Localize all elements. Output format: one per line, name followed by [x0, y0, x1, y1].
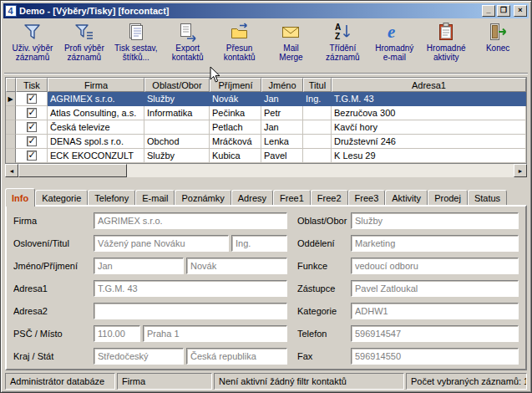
table-row[interactable]: Atlas Consulting, a.s. Informatika Pečin… [6, 106, 526, 120]
cell-jmeno[interactable]: Pavel [261, 149, 303, 163]
checkbox-checked-icon[interactable] [27, 108, 37, 118]
adresa1-field[interactable] [94, 280, 287, 297]
toolbar-button-tisk-sestav[interactable]: Tisk sestav, štítků... [110, 21, 162, 62]
tab-free1[interactable]: Free1 [273, 190, 311, 205]
close-button[interactable]: × [514, 5, 527, 17]
cell-oblast[interactable]: Obchod [144, 135, 210, 149]
checkbox-checked-icon[interactable] [27, 122, 37, 132]
print-cell[interactable] [16, 106, 48, 120]
header-cell-adresa1[interactable]: Adresa1 [332, 78, 526, 92]
cell-jmeno[interactable]: Petr [261, 106, 303, 120]
scroll-left-button[interactable]: ◄ [5, 164, 18, 177]
toolbar-button-presun-kontaktu[interactable]: Přesun kontaktů [214, 21, 266, 62]
oddeleni-field[interactable] [351, 235, 519, 252]
scrollbar-track[interactable] [18, 164, 514, 177]
cell-prijmeni[interactable]: Petlach [210, 120, 261, 135]
toolbar-button-hromadne-aktivity[interactable]: Hromadné aktivity [420, 21, 472, 62]
tab-status[interactable]: Status [468, 190, 507, 205]
table-row[interactable]: DENAS spol.s r.o. Obchod Mráčková Lenka … [6, 135, 526, 149]
maximize-button[interactable]: ❐ [497, 5, 510, 17]
print-cell[interactable] [16, 92, 48, 106]
table-row[interactable]: ECK EKOCONZULT Služby Kubica Pavel K Les… [6, 149, 526, 163]
cell-adresa1[interactable]: Bezručova 300 [332, 106, 526, 120]
cell-firma[interactable]: Atlas Consulting, a.s. [48, 106, 144, 120]
adresa2-field[interactable] [94, 303, 287, 319]
osloveni-field[interactable] [94, 235, 229, 252]
tab-prodej[interactable]: Prodej [428, 190, 468, 205]
cell-oblast[interactable]: Informatika [144, 106, 210, 120]
misto-field[interactable] [143, 325, 287, 342]
titul-field[interactable] [231, 235, 287, 252]
cell-prijmeni[interactable]: Novák [210, 92, 261, 106]
cell-titul[interactable] [303, 106, 332, 120]
header-cell-tisk[interactable]: Tisk [16, 78, 48, 92]
header-cell-titul[interactable]: Titul [303, 78, 332, 92]
firma-field[interactable] [94, 212, 287, 229]
toolbar-button-mail-merge[interactable]: Mail Merge [266, 21, 317, 62]
tab-telefony[interactable]: Telefony [88, 190, 135, 205]
cell-prijmeni[interactable]: Pečinka [210, 106, 261, 120]
oblast-field[interactable] [351, 212, 519, 229]
cell-jmeno[interactable]: Lenka [261, 135, 303, 149]
cell-titul[interactable] [303, 149, 332, 163]
titlebar[interactable]: 4 Demo - [Výběry/Tisky] [forcontact] _ ❐… [3, 3, 529, 18]
checkbox-checked-icon[interactable] [27, 151, 37, 161]
toolbar-button-export-kontaktu[interactable]: Export kontaktů [162, 21, 214, 62]
psc-field[interactable] [94, 325, 140, 342]
cell-prijmeni[interactable]: Kubica [210, 149, 261, 163]
cell-oblast[interactable]: Služby [144, 92, 210, 106]
tab-aktivity[interactable]: Aktivity [385, 190, 428, 205]
cell-prijmeni[interactable]: Mráčková [210, 135, 261, 149]
tab-kategorie[interactable]: Kategorie [35, 190, 88, 205]
tab-info[interactable]: Info [5, 188, 35, 207]
tab-email[interactable]: E-mail [135, 190, 175, 205]
grid-horizontal-scrollbar[interactable]: ◄ ► [5, 164, 527, 177]
minimize-button[interactable]: _ [482, 5, 495, 17]
table-row[interactable]: Česká televize Petlach Jan Kavčí hory [6, 120, 526, 135]
scrollbar-thumb[interactable] [18, 164, 127, 177]
cell-adresa1[interactable]: Kavčí hory [332, 120, 526, 135]
header-cell-firma[interactable]: Firma [48, 78, 144, 92]
cell-firma[interactable]: ECK EKOCONZULT [48, 149, 144, 163]
tab-free2[interactable]: Free2 [311, 190, 348, 205]
print-cell[interactable] [16, 135, 48, 149]
cell-adresa1[interactable]: T.G.M. 43 [332, 92, 526, 106]
cell-adresa1[interactable]: Družstevní 246 [332, 135, 526, 149]
cell-jmeno[interactable]: Jan [261, 92, 303, 106]
print-cell[interactable] [16, 120, 48, 135]
zastupce-field[interactable] [351, 280, 519, 297]
header-cell-jmeno[interactable]: Jméno [261, 78, 303, 92]
scroll-right-button[interactable]: ► [514, 164, 527, 177]
cell-titul[interactable] [303, 135, 332, 149]
tab-free3[interactable]: Free3 [348, 190, 386, 205]
cell-jmeno[interactable]: Jan [261, 120, 303, 135]
cell-titul[interactable] [303, 120, 332, 135]
kraj-field[interactable] [94, 348, 184, 365]
jmeno-field[interactable] [94, 258, 184, 274]
kategorie-field[interactable] [351, 303, 519, 319]
toolbar-button-konec[interactable]: Konec [472, 21, 524, 53]
checkbox-checked-icon[interactable] [27, 94, 37, 104]
toolbar-button-uziv-vyber[interactable]: Uživ. výběr záznamů [7, 21, 58, 62]
toolbar-button-trideni-zaznamu[interactable]: AZ Třídění záznamů [317, 21, 368, 62]
tab-adresy[interactable]: Adresy [231, 190, 273, 205]
toolbar-button-profi-vyber[interactable]: Profi výběr záznamů [58, 21, 110, 62]
funkce-field[interactable] [351, 258, 519, 274]
cell-oblast[interactable]: Služby [144, 149, 210, 163]
cell-adresa1[interactable]: K Lesu 29 [332, 149, 526, 163]
print-cell[interactable] [16, 149, 48, 163]
telefon-field[interactable] [351, 325, 519, 342]
header-cell-oblast[interactable]: Oblast/Obor [144, 78, 210, 92]
cell-oblast[interactable] [144, 120, 210, 135]
toolbar-button-hromadny-email[interactable]: e Hromadný e-mail [368, 21, 420, 62]
cell-firma[interactable]: AGRIMEX s.r.o. [48, 92, 144, 106]
prijmeni-field[interactable] [186, 258, 287, 274]
cell-titul[interactable]: Ing. [303, 92, 332, 106]
cell-firma[interactable]: DENAS spol.s r.o. [48, 135, 144, 149]
checkbox-checked-icon[interactable] [27, 136, 37, 146]
fax-field[interactable] [351, 348, 519, 365]
cell-firma[interactable]: Česká televize [48, 120, 144, 135]
table-row[interactable]: ▶ AGRIMEX s.r.o. Služby Novák Jan Ing. T… [6, 92, 526, 106]
stat-field[interactable] [186, 348, 287, 365]
tab-poznamky[interactable]: Poznámky [175, 190, 231, 205]
